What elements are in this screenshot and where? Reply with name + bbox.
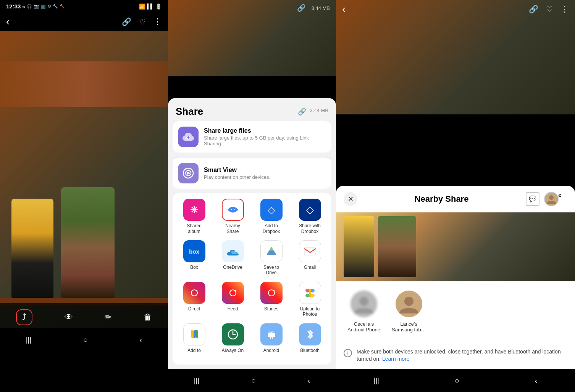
battery-icon: 🔋	[155, 3, 162, 10]
app-shared-album[interactable]: ❋ Sharedalbum	[179, 199, 210, 234]
app-feed[interactable]: Feed	[218, 282, 248, 317]
photo-display: ⤴ 👁 ✏ 🗑	[0, 31, 168, 328]
svg-point-31	[549, 195, 554, 200]
link-icon[interactable]: 🔗	[122, 17, 131, 26]
heart-icon-p3[interactable]: ♡	[546, 5, 553, 14]
app-grid: ❋ Sharedalbum Nearb	[173, 193, 331, 365]
link-icon-p3[interactable]: 🔗	[529, 5, 538, 14]
onedrive-label: OneDrive	[223, 265, 242, 270]
direct-icon	[183, 282, 205, 304]
app-bluetooth[interactable]: Bluetooth	[295, 323, 325, 353]
back-btn-p3[interactable]: ‹	[342, 3, 346, 15]
share-dropbox-label: Share withDropbox	[299, 223, 321, 234]
close-button[interactable]: ✕	[344, 192, 357, 206]
svg-marker-19	[191, 330, 194, 338]
message-icon[interactable]: 💬	[526, 192, 539, 206]
settings-badge[interactable]: ⚙	[558, 192, 562, 199]
app-direct[interactable]: Direct	[179, 282, 210, 317]
add-dropbox-label: Add toDropbox	[263, 223, 280, 234]
lance-avatar	[396, 291, 422, 317]
nearby-share-icon	[222, 199, 244, 221]
nearby-title: Nearby Share	[415, 194, 469, 204]
svg-marker-3	[187, 172, 191, 175]
nearby-info: i Make sure both devices are unlocked, c…	[336, 342, 575, 369]
always-on-icon	[222, 323, 244, 345]
app-onedrive[interactable]: OneDrive	[218, 240, 248, 276]
smart-view-icon	[178, 163, 199, 183]
link-icon-p2[interactable]: 🔗	[297, 4, 305, 12]
app-save-drive[interactable]: Save toDrive	[256, 240, 287, 276]
status-right: 📶 ▌▌ 🔋	[139, 3, 162, 10]
app-share-dropbox[interactable]: ◇ Share withDropbox	[295, 199, 325, 234]
back-button[interactable]: ‹	[6, 16, 10, 28]
save-drive-label: Save toDrive	[263, 265, 279, 276]
wifi-icon: 📶	[139, 3, 145, 10]
time: 12:33	[6, 3, 21, 10]
heart-icon[interactable]: ♡	[139, 17, 146, 26]
direct-label: Direct	[188, 306, 200, 312]
app-nearby-share[interactable]: NearbyShare	[218, 199, 248, 234]
nav-home-icon-p3[interactable]: ○	[455, 376, 459, 385]
large-files-text: Share large files Share large files, up …	[204, 127, 326, 146]
smart-view-card[interactable]: Smart View Play content on other devices…	[173, 157, 331, 189]
app-gmail[interactable]: Gmail	[295, 240, 325, 276]
screen-icon: 📺	[40, 4, 46, 9]
app-add-dropbox[interactable]: ◇ Add toDropbox	[256, 199, 287, 234]
android-label: Android	[263, 348, 279, 353]
app-always-on[interactable]: Always On	[218, 323, 248, 353]
more-icon[interactable]: ⋮	[153, 17, 162, 27]
svg-point-16	[311, 289, 315, 292]
app-stories[interactable]: Stories	[256, 282, 287, 317]
share-button[interactable]: ⤴	[22, 312, 26, 322]
nav-home-icon[interactable]: ○	[83, 336, 88, 344]
share-button-highlight[interactable]: ⤴	[16, 309, 32, 325]
nav-menu-icon[interactable]: |||	[26, 336, 31, 344]
more-icon-p3[interactable]: ⋮	[560, 4, 569, 14]
user-avatar[interactable]	[544, 192, 559, 206]
bluetooth-label: Bluetooth	[300, 348, 320, 353]
nav-home-icon-p2[interactable]: ○	[251, 376, 256, 385]
device-cecelia[interactable]: Cecelia'sAndroid Phone	[347, 291, 380, 333]
image-preview	[336, 212, 575, 281]
app-row-1: ❋ Sharedalbum Nearb	[175, 199, 329, 234]
signal-icon: ▌▌	[147, 3, 154, 9]
nearby-share-label: NearbyShare	[225, 223, 240, 234]
app-android[interactable]: Android	[256, 323, 287, 353]
cecelia-label: Cecelia'sAndroid Phone	[347, 321, 380, 333]
delete-button[interactable]: 🗑	[144, 312, 152, 322]
app-row-2: box Box OneDrive	[175, 240, 329, 276]
edit-button[interactable]: ✏	[105, 312, 111, 322]
notification-icon: ∞	[22, 4, 25, 9]
app-upload-photos[interactable]: Upload toPhotos	[295, 282, 325, 317]
shared-album-label: Sharedalbum	[187, 223, 202, 234]
nav-menu-icon-p2[interactable]: |||	[194, 377, 199, 385]
smart-view-text: Smart View Play content on other devices…	[204, 167, 270, 180]
learn-more-link[interactable]: Learn more	[382, 356, 410, 362]
top-bar-panel3: ‹ 🔗 ♡ ⋮	[336, 0, 575, 18]
svg-point-10	[196, 290, 197, 291]
view-button[interactable]: 👁	[65, 312, 73, 322]
status-bar: 12:33 ∞ 🎧 📷 📺 ⚙ 🔧 🔨 📶 ▌▌ 🔋	[0, 0, 168, 13]
nav-back-icon-p2[interactable]: ‹	[307, 376, 310, 385]
nearby-share-sheet: ✕ Nearby Share 💬 ⚙	[336, 186, 575, 369]
stories-icon	[260, 282, 283, 304]
wrench-icon: 🔧	[53, 4, 58, 9]
share-large-files-card[interactable]: Share large files Share large files, up …	[173, 121, 331, 153]
status-left: 12:33 ∞ 🎧 📷 📺 ⚙ 🔧 🔨	[6, 3, 65, 10]
share-size: 3.44 MB	[310, 108, 328, 116]
share-title: Share	[176, 106, 203, 117]
settings-icon: ⚙	[47, 4, 51, 9]
action-bar: ⤴ 👁 ✏ 🗑	[0, 303, 168, 328]
nav-back-icon-p3[interactable]: ‹	[535, 376, 537, 385]
nav-bar-panel3: ||| ○ ‹	[336, 369, 575, 392]
android-icon	[260, 323, 283, 345]
app-add-maps[interactable]: Add to	[179, 323, 210, 353]
device-lance[interactable]: Lance'sSamsung tab…	[392, 291, 426, 333]
svg-rect-25	[272, 337, 273, 339]
app-box[interactable]: box Box	[179, 240, 210, 276]
share-link-icon[interactable]: 🔗	[298, 108, 306, 116]
nav-menu-icon-p3[interactable]: |||	[374, 377, 379, 385]
svg-line-29	[272, 331, 273, 332]
nav-back-icon[interactable]: ‹	[139, 336, 142, 344]
add-dropbox-icon: ◇	[260, 199, 283, 221]
